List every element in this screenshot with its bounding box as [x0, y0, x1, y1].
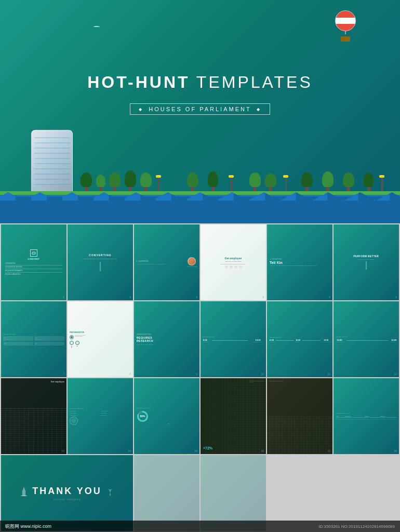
title-light: TEMPLATES [196, 73, 313, 91]
perform-better-body: These are your text samples. [356, 259, 377, 260]
lamp-3 [283, 175, 288, 193]
watermark-left: 昵图网 www.nipic.com [5, 523, 51, 530]
tree-top [125, 170, 136, 187]
slide14-title: REQUIRES RESEARCH [70, 408, 84, 409]
svg-text:80%: 80% [140, 415, 145, 418]
watermark-id: ID:3503261 NO:20191124102814696089 [318, 524, 395, 529]
bridge-icon [32, 251, 36, 255]
svg-marker-5 [22, 487, 26, 492]
slide-thumb-8[interactable]: PERFORM BETTER ◆ ◆ ◆ [68, 301, 133, 377]
get-employee-title: Get employee [225, 257, 242, 260]
monument-icon [19, 486, 29, 496]
tree-13 [364, 172, 374, 193]
slide3-header: ✦ CONVERTING [136, 260, 185, 262]
converting-body: These are your text samples. You can add… [81, 258, 120, 260]
cover-title: HOT-HUNT TEMPLATES HOUSES OF PARLIAMENT [0, 31, 400, 115]
slide-thumb-4[interactable]: Get employee These are your text samples… [201, 224, 266, 300]
tree-top [322, 171, 334, 187]
slide-number-3: 3 [196, 296, 197, 299]
requires-research-title: REQUIRESRESEARCH [137, 336, 153, 343]
slide-number-12: 12 [394, 373, 397, 376]
slide-number-17: 17 [327, 449, 330, 453]
slide10-title: PERFORM BETTER [203, 336, 215, 338]
slide3-body: These are your text samples you can add … [136, 263, 185, 265]
slide-thumb-18[interactable]: REQUIRES RESEARCH Title Emergency Birthd… [334, 378, 399, 454]
slide12-title: PERFORM BETTER [336, 336, 348, 338]
slide-thumb-5[interactable]: ✦ CONVERTING Tell Kin These are your tex… [267, 224, 332, 300]
subtitle-banner: HOUSES OF PARLIAMENT [130, 103, 270, 115]
tree-top [208, 171, 218, 187]
slide-thumb-19[interactable]: THANK YOU HOT-HUNT TEMPLATES 19 [1, 455, 133, 531]
slide-thumbnail-grid: CONTENT CONVERTING CONVERTING BETTER REQ… [0, 223, 400, 532]
slide-thumb-1[interactable]: CONTENT CONVERTING CONVERTING BETTER REQ… [1, 224, 66, 300]
slide-thumb-3[interactable]: ✦ CONVERTING These are your text samples… [134, 224, 199, 300]
tree-7 [208, 171, 218, 193]
slide11-title: PERFORM BETTER [269, 337, 281, 338]
cover-subtitle: HOUSES OF PARLIAMENT [149, 106, 251, 112]
slide-number-11: 11 [327, 373, 330, 376]
slide-thumb-7[interactable]: PERFORM BETTER 01 CONTACT EMAIL 02 EMERG… [1, 301, 66, 377]
cover-slide: HOT-HUNT TEMPLATES HOUSES OF PARLIAMENT [0, 0, 400, 223]
slide9-header: PERFORM BETTER [137, 334, 151, 336]
water-body [0, 195, 400, 223]
main-title: HOT-HUNT TEMPLATES [0, 73, 400, 92]
slide5-header: ✦ CONVERTING [270, 258, 282, 260]
tree-top [187, 172, 198, 187]
slide-thumb-9[interactable]: PERFORM BETTER REQUIRESRESEARCH These ar… [134, 301, 199, 377]
slide8-title: PERFORM BETTER [70, 331, 84, 334]
slide-thumb-extra-2 [201, 455, 266, 531]
slide-thumb-16[interactable]: +72% REQUIRES RESEARCH COMPANY 16 [201, 378, 266, 454]
slide-thumb-14[interactable]: REQUIRES RESEARCH ● ADDRESS ● BIRTHDAYS … [68, 378, 133, 454]
tree-top [140, 172, 152, 187]
tree-3 [109, 172, 121, 193]
tree-1 [81, 172, 92, 193]
tree-top [364, 172, 374, 187]
slide-thumb-13[interactable]: Get employee 13 [1, 378, 66, 454]
avatar-circle [188, 257, 196, 265]
slide-thumb-2[interactable]: CONVERTING These are your text samples. … [68, 224, 133, 300]
slide-number-6: 6 [395, 296, 397, 299]
slide-thumb-extra-1 [134, 455, 199, 531]
tree-top [265, 174, 276, 187]
tree-top [301, 172, 313, 187]
tree-2 [96, 175, 105, 193]
requires-body: These are your text samples. [137, 344, 153, 345]
tree-top [343, 172, 354, 187]
slide-thumb-12[interactable]: PERFORM BETTER 15:00 CONTACT INFO 16:00 … [334, 301, 399, 377]
tree-8 [249, 172, 261, 193]
slide-number-4: 4 [262, 296, 264, 299]
get-employee-label: Get employee [51, 380, 64, 383]
slide-number-10: 10 [261, 373, 264, 376]
bird-silhouette [94, 26, 100, 28]
profile-name: JAMES TOURBY [188, 266, 197, 268]
tree-9 [265, 174, 276, 193]
plant-icon [105, 486, 115, 496]
slide-number-18: 18 [394, 449, 397, 453]
thank-you-subtitle: HOT-HUNT TEMPLATES [54, 499, 81, 501]
slide-thumb-6[interactable]: PERFORM BETTER These are your text sampl… [334, 224, 399, 300]
svg-rect-7 [110, 494, 111, 496]
tree-12 [343, 172, 354, 193]
tell-kin-body: These are your text samples. You can add… [270, 265, 317, 267]
donut-chart: 80% [136, 410, 149, 423]
tell-kin-title: Tell Kin [270, 261, 283, 264]
title-bold: HOT-HUNT [87, 73, 190, 91]
slide-thumb-11[interactable]: PERFORM BETTER 11:00 BANK INFO 12:00 BIR… [267, 301, 332, 377]
lamp-2 [229, 175, 234, 193]
slide17-title: REQUIRES RESEARCH [269, 380, 284, 382]
slide-thumb-10[interactable]: PERFORM BETTER 9:00 ADDRESS 10:00 EMERGE… [201, 301, 266, 377]
lamp-1 [156, 175, 161, 193]
tree-top [96, 175, 105, 187]
svg-rect-6 [21, 495, 27, 496]
slide-thumb-15[interactable]: REQUIRES RESEARCH 80% 33% 71% 15 [134, 378, 199, 454]
tree-top [109, 172, 121, 187]
slide-number-2: 2 [129, 296, 131, 299]
perform-better-title: PERFORM BETTER [354, 255, 379, 258]
slide-thumb-17[interactable]: REQUIRES RESEARCH 17 [267, 378, 332, 454]
slide-number-9: 9 [196, 373, 197, 376]
slide-number-1: 1 [63, 296, 64, 299]
tree-4 [125, 170, 136, 193]
tree-10 [301, 172, 313, 193]
slide-number-7: 7 [63, 373, 64, 376]
tree-11 [322, 171, 334, 193]
